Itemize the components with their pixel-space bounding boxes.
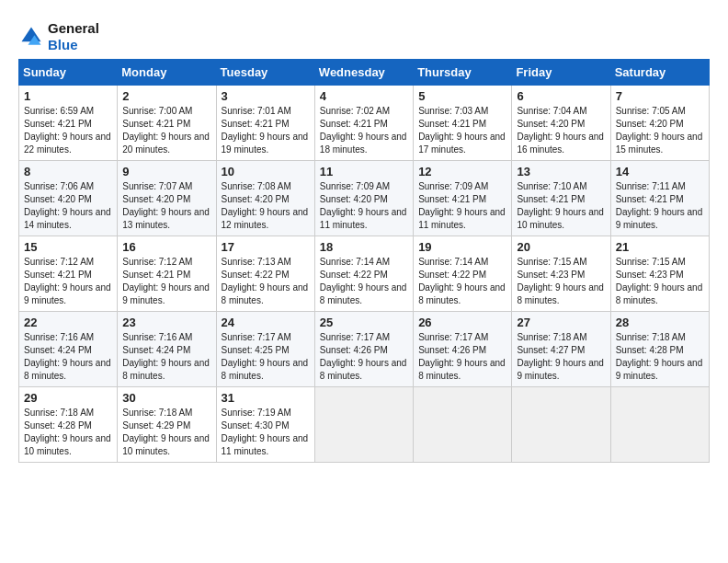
day-number: 4 [320, 89, 408, 103]
day-number: 31 [222, 391, 310, 405]
calendar-cell: 23Sunrise: 7:16 AMSunset: 4:24 PMDayligh… [118, 312, 216, 387]
calendar-cell: 19Sunrise: 7:14 AMSunset: 4:22 PMDayligh… [414, 236, 512, 312]
day-number: 5 [418, 89, 506, 103]
svg-marker-0 [22, 28, 41, 42]
calendar-cell [610, 387, 709, 463]
calendar-cell: 1Sunrise: 6:59 AMSunset: 4:21 PMDaylight… [19, 86, 118, 161]
day-number: 19 [418, 240, 506, 254]
day-number: 23 [122, 316, 210, 329]
day-info: Sunrise: 7:14 AMSunset: 4:22 PMDaylight:… [320, 257, 407, 305]
header-thursday: Thursday [414, 60, 512, 86]
calendar-cell [314, 387, 413, 463]
calendar-cell: 22Sunrise: 7:16 AMSunset: 4:24 PMDayligh… [19, 312, 118, 387]
day-info: Sunrise: 7:03 AMSunset: 4:21 PMDaylight:… [418, 106, 506, 155]
calendar-cell: 28Sunrise: 7:18 AMSunset: 4:28 PMDayligh… [610, 312, 709, 387]
logo-text: General Blue [48, 20, 99, 53]
calendar-cell: 10Sunrise: 7:08 AMSunset: 4:20 PMDayligh… [216, 161, 314, 236]
calendar-table: SundayMondayTuesdayWednesdayThursdayFrid… [18, 59, 710, 463]
day-info: Sunrise: 7:16 AMSunset: 4:24 PMDaylight:… [24, 332, 111, 381]
calendar-cell: 3Sunrise: 7:01 AMSunset: 4:21 PMDaylight… [216, 86, 314, 161]
calendar-cell: 15Sunrise: 7:12 AMSunset: 4:21 PMDayligh… [19, 236, 118, 312]
day-info: Sunrise: 7:04 AMSunset: 4:20 PMDaylight:… [517, 106, 604, 155]
calendar-cell: 4Sunrise: 7:02 AMSunset: 4:21 PMDaylight… [314, 86, 413, 161]
day-info: Sunrise: 7:06 AMSunset: 4:20 PMDaylight:… [24, 181, 111, 230]
day-number: 27 [517, 316, 605, 329]
calendar-cell: 17Sunrise: 7:13 AMSunset: 4:22 PMDayligh… [216, 236, 314, 312]
calendar-cell: 27Sunrise: 7:18 AMSunset: 4:27 PMDayligh… [512, 312, 610, 387]
calendar-cell: 24Sunrise: 7:17 AMSunset: 4:25 PMDayligh… [216, 312, 314, 387]
calendar-cell [414, 387, 512, 463]
day-info: Sunrise: 7:07 AMSunset: 4:20 PMDaylight:… [122, 181, 210, 230]
day-info: Sunrise: 7:00 AMSunset: 4:21 PMDaylight:… [122, 106, 210, 155]
day-info: Sunrise: 7:14 AMSunset: 4:22 PMDaylight:… [418, 257, 506, 305]
calendar-cell: 2Sunrise: 7:00 AMSunset: 4:21 PMDaylight… [118, 86, 216, 161]
day-number: 29 [24, 391, 112, 405]
calendar-week-1: 1Sunrise: 6:59 AMSunset: 4:21 PMDaylight… [19, 86, 710, 161]
calendar-cell: 30Sunrise: 7:18 AMSunset: 4:29 PMDayligh… [118, 387, 216, 463]
calendar-cell: 7Sunrise: 7:05 AMSunset: 4:20 PMDaylight… [610, 86, 709, 161]
day-number: 22 [24, 316, 112, 329]
day-number: 10 [222, 165, 310, 178]
day-number: 25 [320, 316, 408, 329]
day-number: 28 [616, 316, 704, 329]
day-number: 18 [320, 240, 408, 254]
day-info: Sunrise: 7:12 AMSunset: 4:21 PMDaylight:… [24, 257, 111, 305]
calendar-cell: 9Sunrise: 7:07 AMSunset: 4:20 PMDaylight… [118, 161, 216, 236]
calendar-week-4: 22Sunrise: 7:16 AMSunset: 4:24 PMDayligh… [19, 312, 710, 387]
day-number: 2 [122, 89, 210, 103]
day-number: 12 [418, 165, 506, 178]
day-info: Sunrise: 7:15 AMSunset: 4:23 PMDaylight:… [517, 257, 604, 305]
day-number: 3 [222, 89, 310, 103]
day-number: 8 [24, 165, 112, 178]
calendar-cell: 20Sunrise: 7:15 AMSunset: 4:23 PMDayligh… [512, 236, 610, 312]
day-info: Sunrise: 7:16 AMSunset: 4:24 PMDaylight:… [122, 332, 210, 381]
calendar-week-2: 8Sunrise: 7:06 AMSunset: 4:20 PMDaylight… [19, 161, 710, 236]
calendar-cell: 14Sunrise: 7:11 AMSunset: 4:21 PMDayligh… [610, 161, 709, 236]
day-info: Sunrise: 7:01 AMSunset: 4:21 PMDaylight:… [222, 106, 309, 155]
calendar-cell: 21Sunrise: 7:15 AMSunset: 4:23 PMDayligh… [610, 236, 709, 312]
day-info: Sunrise: 7:02 AMSunset: 4:21 PMDaylight:… [320, 106, 407, 155]
day-info: Sunrise: 7:18 AMSunset: 4:29 PMDaylight:… [122, 408, 210, 456]
calendar-header-row: SundayMondayTuesdayWednesdayThursdayFrid… [19, 60, 710, 86]
day-number: 30 [122, 391, 210, 405]
day-info: Sunrise: 7:18 AMSunset: 4:28 PMDaylight:… [616, 332, 703, 381]
header-monday: Monday [118, 60, 216, 86]
calendar-cell: 29Sunrise: 7:18 AMSunset: 4:28 PMDayligh… [19, 387, 118, 463]
day-number: 15 [24, 240, 112, 254]
header-tuesday: Tuesday [216, 60, 314, 86]
calendar-cell [512, 387, 610, 463]
day-info: Sunrise: 7:19 AMSunset: 4:30 PMDaylight:… [222, 408, 309, 456]
day-info: Sunrise: 7:12 AMSunset: 4:21 PMDaylight:… [122, 257, 210, 305]
calendar-cell: 16Sunrise: 7:12 AMSunset: 4:21 PMDayligh… [118, 236, 216, 312]
day-info: Sunrise: 7:08 AMSunset: 4:20 PMDaylight:… [222, 181, 309, 230]
day-info: Sunrise: 7:17 AMSunset: 4:26 PMDaylight:… [320, 332, 407, 381]
calendar-cell: 11Sunrise: 7:09 AMSunset: 4:20 PMDayligh… [314, 161, 413, 236]
calendar-week-3: 15Sunrise: 7:12 AMSunset: 4:21 PMDayligh… [19, 236, 710, 312]
calendar-cell: 6Sunrise: 7:04 AMSunset: 4:20 PMDaylight… [512, 86, 610, 161]
day-info: Sunrise: 7:17 AMSunset: 4:26 PMDaylight:… [418, 332, 506, 381]
calendar-cell: 25Sunrise: 7:17 AMSunset: 4:26 PMDayligh… [314, 312, 413, 387]
calendar-page: General Blue SundayMondayTuesdayWednesda… [0, 0, 728, 472]
calendar-week-5: 29Sunrise: 7:18 AMSunset: 4:28 PMDayligh… [19, 387, 710, 463]
header: General Blue [18, 17, 710, 53]
day-number: 20 [517, 240, 605, 254]
day-number: 16 [122, 240, 210, 254]
day-info: Sunrise: 7:05 AMSunset: 4:20 PMDaylight:… [616, 106, 703, 155]
day-number: 9 [122, 165, 210, 178]
calendar-cell: 31Sunrise: 7:19 AMSunset: 4:30 PMDayligh… [216, 387, 314, 463]
header-friday: Friday [512, 60, 610, 86]
day-number: 24 [222, 316, 310, 329]
day-number: 13 [517, 165, 605, 178]
calendar-cell: 12Sunrise: 7:09 AMSunset: 4:21 PMDayligh… [414, 161, 512, 236]
header-sunday: Sunday [19, 60, 118, 86]
day-info: Sunrise: 7:17 AMSunset: 4:25 PMDaylight:… [222, 332, 309, 381]
day-info: Sunrise: 7:18 AMSunset: 4:28 PMDaylight:… [24, 408, 111, 456]
logo-icon [18, 24, 44, 50]
day-number: 11 [320, 165, 408, 178]
logo: General Blue [18, 20, 99, 53]
header-saturday: Saturday [610, 60, 709, 86]
day-info: Sunrise: 6:59 AMSunset: 4:21 PMDaylight:… [24, 106, 111, 155]
day-info: Sunrise: 7:09 AMSunset: 4:20 PMDaylight:… [320, 181, 407, 230]
day-info: Sunrise: 7:10 AMSunset: 4:21 PMDaylight:… [517, 181, 604, 230]
calendar-cell: 8Sunrise: 7:06 AMSunset: 4:20 PMDaylight… [19, 161, 118, 236]
